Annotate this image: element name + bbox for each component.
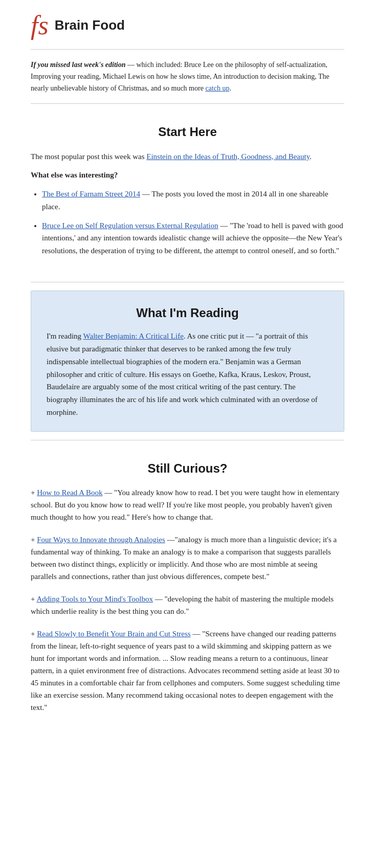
four-ways-link[interactable]: Four Ways to Innovate through Analogies: [37, 536, 165, 544]
plus-icon-4: +: [31, 630, 37, 638]
bruce-lee-link[interactable]: Bruce Lee on Self Regulation versus Exte…: [42, 221, 218, 230]
popular-end: .: [310, 152, 312, 161]
reading-body: I'm reading Walter Benjamin: A Critical …: [47, 330, 328, 418]
plus-icon-1: +: [31, 488, 37, 497]
brand-name: Brain Food: [55, 15, 125, 36]
intro-bold: If you missed last week's edition: [31, 61, 126, 69]
read-slowly-desc: — "Screens have changed our reading patt…: [31, 630, 340, 711]
reading-intro: I'm reading: [47, 332, 83, 340]
farnam-street-link[interactable]: The Best of Farnam Street 2014: [42, 190, 140, 198]
start-here-section: Start Here The most popular post this we…: [0, 112, 375, 274]
book-link[interactable]: Walter Benjamin: A Critical Life: [83, 332, 184, 340]
start-here-list: The Best of Farnam Street 2014 — The pos…: [31, 188, 344, 257]
plus-icon-2: +: [31, 536, 37, 544]
toolbox-link[interactable]: Adding Tools to Your Mind's Toolbox: [36, 595, 153, 603]
how-to-read-link[interactable]: How to Read A Book: [37, 488, 102, 497]
read-slowly-link[interactable]: Read Slowly to Benefit Your Brain and Cu…: [37, 630, 190, 638]
header: fs Brain Food: [0, 0, 375, 49]
intro-end: .: [229, 84, 231, 92]
curious-item-2: + Four Ways to Innovate through Analogie…: [31, 533, 344, 583]
popular-intro-text: The most popular post this week was: [31, 152, 146, 161]
what-else-label: What else was interesting?: [31, 169, 344, 182]
curious-item-1: + How to Read A Book — "You already know…: [31, 486, 344, 523]
start-here-body: The most popular post this week was Eins…: [31, 150, 344, 257]
list-item: Bruce Lee on Self Regulation versus Exte…: [42, 219, 344, 257]
reading-title: What I'm Reading: [47, 303, 328, 323]
intro-section: If you missed last week's edition — whic…: [0, 50, 375, 103]
still-curious-title: Still Curious?: [31, 459, 344, 478]
popular-post-paragraph: The most popular post this week was Eins…: [31, 150, 344, 163]
still-curious-section: Still Curious? + How to Read A Book — "Y…: [0, 449, 375, 734]
curious-item-4: + Read Slowly to Benefit Your Brain and …: [31, 628, 344, 714]
logo-icon: fs: [31, 12, 49, 39]
reading-box: What I'm Reading I'm reading Walter Benj…: [31, 291, 344, 432]
start-here-title: Start Here: [31, 122, 344, 142]
catch-up-link[interactable]: catch up: [205, 84, 229, 92]
popular-post-link[interactable]: Einstein on the Ideas of Truth, Goodness…: [146, 152, 310, 161]
list-item: The Best of Farnam Street 2014 — The pos…: [42, 188, 344, 213]
plus-icon-3: +: [31, 595, 36, 603]
reading-body-text: . As one critic put it — "a portrait of …: [47, 332, 318, 416]
curious-item-3: + Adding Tools to Your Mind's Toolbox — …: [31, 593, 344, 617]
